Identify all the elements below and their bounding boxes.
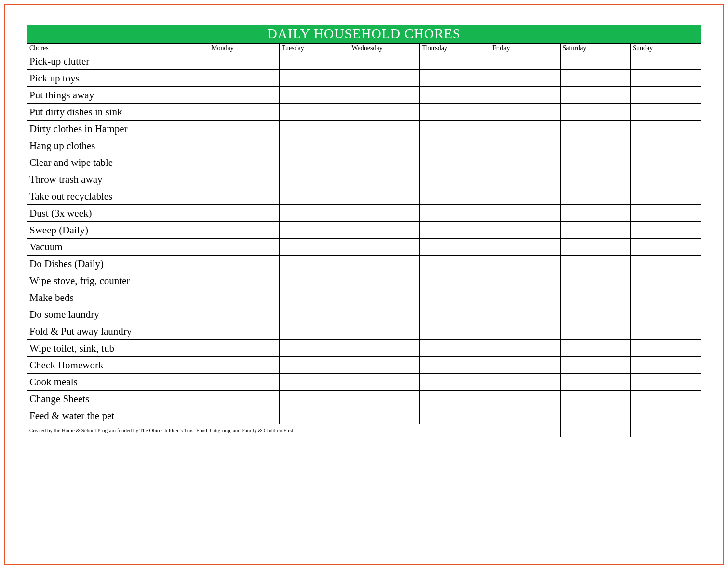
chore-day-cell[interactable]	[350, 272, 420, 289]
chore-day-cell[interactable]	[350, 154, 420, 171]
chore-day-cell[interactable]	[350, 323, 420, 340]
chore-day-cell[interactable]	[420, 205, 490, 222]
chore-day-cell[interactable]	[631, 374, 701, 391]
chore-day-cell[interactable]	[560, 53, 631, 70]
chore-day-cell[interactable]	[420, 53, 490, 70]
chore-day-cell[interactable]	[209, 121, 280, 137]
chore-day-cell[interactable]	[209, 87, 280, 104]
chore-day-cell[interactable]	[490, 323, 560, 340]
chore-day-cell[interactable]	[631, 121, 701, 137]
chore-day-cell[interactable]	[209, 222, 280, 239]
chore-day-cell[interactable]	[279, 340, 350, 357]
chore-day-cell[interactable]	[631, 357, 701, 374]
chore-day-cell[interactable]	[420, 239, 490, 256]
chore-day-cell[interactable]	[560, 239, 631, 256]
chore-day-cell[interactable]	[631, 306, 701, 323]
chore-day-cell[interactable]	[560, 70, 631, 87]
chore-day-cell[interactable]	[560, 87, 631, 104]
chore-day-cell[interactable]	[279, 222, 350, 239]
chore-day-cell[interactable]	[420, 137, 490, 154]
chore-day-cell[interactable]	[209, 407, 280, 424]
chore-day-cell[interactable]	[490, 407, 560, 424]
chore-day-cell[interactable]	[279, 256, 350, 272]
chore-day-cell[interactable]	[279, 239, 350, 256]
chore-day-cell[interactable]	[631, 256, 701, 272]
chore-day-cell[interactable]	[490, 256, 560, 272]
chore-day-cell[interactable]	[420, 154, 490, 171]
chore-day-cell[interactable]	[279, 121, 350, 137]
chore-day-cell[interactable]	[350, 137, 420, 154]
chore-day-cell[interactable]	[279, 104, 350, 121]
chore-day-cell[interactable]	[350, 104, 420, 121]
chore-day-cell[interactable]	[350, 407, 420, 424]
chore-day-cell[interactable]	[490, 340, 560, 357]
chore-day-cell[interactable]	[490, 272, 560, 289]
chore-day-cell[interactable]	[560, 289, 631, 306]
chore-day-cell[interactable]	[350, 205, 420, 222]
chore-day-cell[interactable]	[560, 205, 631, 222]
chore-day-cell[interactable]	[279, 272, 350, 289]
chore-day-cell[interactable]	[490, 70, 560, 87]
chore-day-cell[interactable]	[350, 289, 420, 306]
chore-day-cell[interactable]	[279, 407, 350, 424]
chore-day-cell[interactable]	[350, 171, 420, 188]
chore-day-cell[interactable]	[209, 239, 280, 256]
chore-day-cell[interactable]	[490, 171, 560, 188]
chore-day-cell[interactable]	[490, 289, 560, 306]
chore-day-cell[interactable]	[350, 53, 420, 70]
chore-day-cell[interactable]	[279, 374, 350, 391]
chore-day-cell[interactable]	[631, 205, 701, 222]
chore-day-cell[interactable]	[279, 357, 350, 374]
chore-day-cell[interactable]	[209, 374, 280, 391]
chore-day-cell[interactable]	[209, 357, 280, 374]
chore-day-cell[interactable]	[279, 70, 350, 87]
chore-day-cell[interactable]	[279, 171, 350, 188]
chore-day-cell[interactable]	[560, 272, 631, 289]
chore-day-cell[interactable]	[279, 53, 350, 70]
chore-day-cell[interactable]	[279, 137, 350, 154]
chore-day-cell[interactable]	[420, 256, 490, 272]
chore-day-cell[interactable]	[279, 188, 350, 205]
chore-day-cell[interactable]	[560, 391, 631, 407]
chore-day-cell[interactable]	[279, 87, 350, 104]
chore-day-cell[interactable]	[209, 53, 280, 70]
chore-day-cell[interactable]	[209, 340, 280, 357]
chore-day-cell[interactable]	[560, 188, 631, 205]
chore-day-cell[interactable]	[490, 391, 560, 407]
chore-day-cell[interactable]	[490, 239, 560, 256]
chore-day-cell[interactable]	[420, 306, 490, 323]
chore-day-cell[interactable]	[560, 171, 631, 188]
chore-day-cell[interactable]	[490, 188, 560, 205]
chore-day-cell[interactable]	[631, 137, 701, 154]
chore-day-cell[interactable]	[279, 323, 350, 340]
chore-day-cell[interactable]	[209, 306, 280, 323]
chore-day-cell[interactable]	[350, 239, 420, 256]
chore-day-cell[interactable]	[209, 104, 280, 121]
chore-day-cell[interactable]	[560, 121, 631, 137]
chore-day-cell[interactable]	[420, 272, 490, 289]
chore-day-cell[interactable]	[209, 171, 280, 188]
chore-day-cell[interactable]	[420, 70, 490, 87]
chore-day-cell[interactable]	[631, 391, 701, 407]
chore-day-cell[interactable]	[631, 340, 701, 357]
chore-day-cell[interactable]	[279, 289, 350, 306]
chore-day-cell[interactable]	[631, 222, 701, 239]
chore-day-cell[interactable]	[631, 239, 701, 256]
chore-day-cell[interactable]	[631, 323, 701, 340]
chore-day-cell[interactable]	[209, 256, 280, 272]
chore-day-cell[interactable]	[560, 357, 631, 374]
chore-day-cell[interactable]	[631, 104, 701, 121]
chore-day-cell[interactable]	[350, 188, 420, 205]
chore-day-cell[interactable]	[560, 323, 631, 340]
chore-day-cell[interactable]	[631, 70, 701, 87]
chore-day-cell[interactable]	[490, 205, 560, 222]
chore-day-cell[interactable]	[631, 272, 701, 289]
chore-day-cell[interactable]	[490, 154, 560, 171]
chore-day-cell[interactable]	[560, 407, 631, 424]
chore-day-cell[interactable]	[350, 374, 420, 391]
chore-day-cell[interactable]	[209, 137, 280, 154]
chore-day-cell[interactable]	[350, 357, 420, 374]
chore-day-cell[interactable]	[279, 205, 350, 222]
chore-day-cell[interactable]	[560, 256, 631, 272]
chore-day-cell[interactable]	[631, 188, 701, 205]
